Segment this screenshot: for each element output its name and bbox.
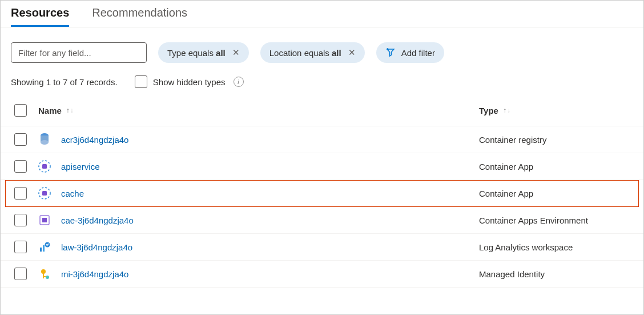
svg-rect-8	[42, 218, 47, 222]
filter-add-icon	[385, 47, 397, 58]
row-checkbox[interactable]	[14, 133, 27, 146]
filter-pill-location-label: Location equals all	[269, 48, 341, 58]
resource-icon	[38, 268, 51, 280]
resource-icon	[38, 133, 51, 146]
resource-icon	[38, 214, 51, 226]
close-icon[interactable]: ✕	[230, 47, 240, 58]
table-row: apiserviceContainer App	[1, 153, 643, 180]
sort-icon: ↑↓	[503, 108, 510, 113]
close-icon[interactable]: ✕	[346, 47, 356, 58]
sort-icon: ↑↓	[66, 108, 74, 113]
resource-link[interactable]: cae-3j6d4ngdzja4o	[61, 216, 134, 225]
svg-point-15	[46, 276, 49, 279]
resource-type: Container Apps Environment	[479, 216, 630, 225]
resource-type: Container App	[479, 162, 630, 172]
filter-pill-location[interactable]: Location equals all ✕	[260, 42, 365, 63]
table-row: law-3j6d4ngdzja4oLog Analytics workspace	[1, 234, 643, 261]
resource-link[interactable]: acr3j6d4ngdzja4o	[61, 135, 128, 145]
filter-pill-type-label: Type equals all	[167, 48, 226, 58]
table-header: Name ↑↓ Type ↑↓	[1, 95, 643, 126]
status-row: Showing 1 to 7 of 7 records. Show hidden…	[1, 63, 643, 95]
svg-rect-4	[42, 164, 47, 169]
resource-link[interactable]: cache	[61, 189, 84, 198]
svg-rect-14	[43, 276, 46, 277]
tab-recommendations[interactable]: Recommendations	[92, 6, 187, 27]
table-row: mi-3j6d4ngdzja4oManaged Identity	[1, 261, 643, 288]
filter-row: Type equals all ✕ Location equals all ✕ …	[1, 27, 643, 63]
resource-icon	[38, 241, 51, 253]
tabs: Resources Recommendations	[1, 1, 643, 27]
table-row: acr3j6d4ngdzja4oContainer registry	[1, 126, 643, 153]
svg-point-12	[41, 269, 46, 274]
resource-link[interactable]: mi-3j6d4ngdzja4o	[61, 269, 128, 279]
svg-rect-9	[40, 248, 42, 252]
row-checkbox[interactable]	[14, 268, 27, 280]
resource-type: Log Analytics workspace	[479, 242, 630, 252]
table-row: cae-3j6d4ngdzja4oContainer Apps Environm…	[1, 207, 643, 234]
svg-rect-6	[42, 191, 47, 196]
resource-icon	[38, 160, 51, 173]
table-row: cacheContainer App	[5, 180, 639, 207]
select-all-checkbox[interactable]	[14, 104, 27, 117]
info-icon[interactable]: i	[234, 77, 244, 87]
tab-resources[interactable]: Resources	[11, 6, 69, 27]
row-checkbox[interactable]	[14, 214, 27, 226]
add-filter-button[interactable]: Add filter	[376, 42, 444, 63]
svg-rect-10	[43, 245, 45, 252]
resource-type: Container App	[479, 189, 630, 198]
resource-type: Container registry	[479, 135, 630, 145]
records-summary: Showing 1 to 7 of 7 records.	[11, 77, 118, 87]
add-filter-label: Add filter	[401, 48, 435, 58]
filter-pill-type[interactable]: Type equals all ✕	[158, 42, 249, 63]
resource-type: Managed Identity	[479, 269, 630, 279]
filter-input[interactable]	[11, 42, 147, 63]
show-hidden-label: Show hidden types	[153, 77, 226, 87]
resource-link[interactable]: apiservice	[61, 162, 100, 172]
column-header-name[interactable]: Name ↑↓	[38, 106, 479, 115]
column-header-type[interactable]: Type ↑↓	[479, 106, 630, 115]
table-body: acr3j6d4ngdzja4oContainer registryapiser…	[1, 126, 643, 288]
show-hidden-checkbox[interactable]	[135, 75, 147, 88]
svg-rect-13	[43, 273, 44, 278]
resource-link[interactable]: law-3j6d4ngdzja4o	[61, 242, 132, 252]
resource-icon	[38, 187, 51, 200]
row-checkbox[interactable]	[14, 241, 27, 253]
row-checkbox[interactable]	[14, 187, 27, 200]
row-checkbox[interactable]	[14, 160, 27, 173]
